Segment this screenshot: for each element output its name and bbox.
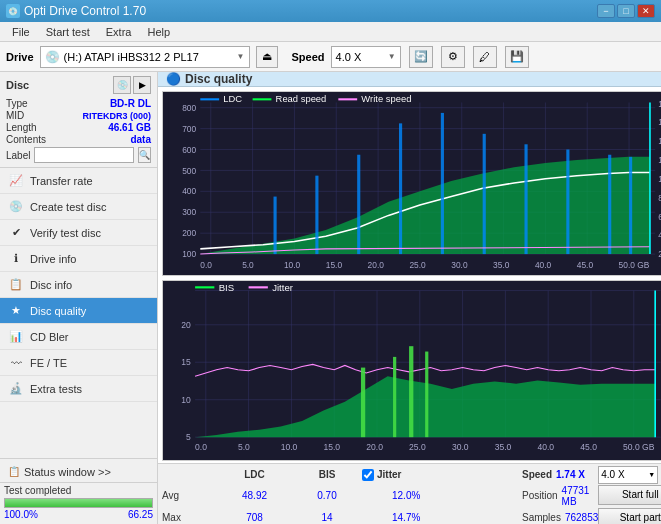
nav-label-disc-quality: Disc quality: [30, 305, 86, 317]
nav-label-fe-te: FE / TE: [30, 357, 67, 369]
svg-text:45.0: 45.0: [577, 260, 594, 270]
drive-info-icon: ℹ: [8, 251, 24, 267]
transfer-rate-icon: 📈: [8, 173, 24, 189]
top-chart-area: 100 200 300 400 500 600 700 800 2X 4X 6X…: [162, 91, 661, 276]
close-button[interactable]: ✕: [637, 4, 655, 18]
jitter-checkbox[interactable]: [362, 469, 374, 481]
svg-text:800: 800: [182, 103, 196, 113]
svg-rect-108: [409, 346, 413, 437]
svg-text:5: 5: [186, 432, 191, 442]
speed-dropdown[interactable]: 4.0 X ▼: [331, 46, 401, 68]
stats-row: LDC BIS Jitter Speed 1.74 X 4.0 X ▼: [158, 463, 661, 524]
svg-text:400: 400: [182, 186, 196, 196]
menubar: File Start test Extra Help: [0, 22, 661, 42]
svg-text:Jitter: Jitter: [272, 282, 294, 293]
svg-text:10: 10: [181, 395, 191, 405]
settings-button2[interactable]: 🖊: [473, 46, 497, 68]
jitter-col-header: Jitter: [377, 469, 401, 480]
samples-value: 762853: [565, 512, 598, 523]
svg-text:BIS: BIS: [219, 282, 235, 293]
speed-stat-select[interactable]: 4.0 X ▼: [598, 466, 658, 484]
svg-rect-107: [393, 357, 396, 437]
nav-label-drive-info: Drive info: [30, 253, 76, 265]
disc-icon-btn2[interactable]: ▶: [133, 76, 151, 94]
nav-drive-info[interactable]: ℹ Drive info: [0, 246, 157, 272]
nav-label-verify-test-disc: Verify test disc: [30, 227, 101, 239]
svg-text:50.0 GB: 50.0 GB: [623, 442, 655, 452]
menu-help[interactable]: Help: [139, 24, 178, 40]
nav-verify-test-disc[interactable]: ✔ Verify test disc: [0, 220, 157, 246]
svg-text:5.0: 5.0: [238, 442, 250, 452]
nav-transfer-rate[interactable]: 📈 Transfer rate: [0, 168, 157, 194]
disc-title: Disc: [6, 79, 29, 91]
label-edit-btn[interactable]: 🔍: [138, 147, 151, 163]
minimize-button[interactable]: −: [597, 4, 615, 18]
svg-rect-57: [566, 150, 569, 255]
chart-header: 🔵 Disc quality: [158, 72, 661, 87]
speed-value: 4.0 X: [336, 51, 388, 63]
status-window-btn[interactable]: 📋 Status window >>: [0, 461, 157, 483]
maximize-button[interactable]: □: [617, 4, 635, 18]
nav-disc-info[interactable]: 📋 Disc info: [0, 272, 157, 298]
menu-extra[interactable]: Extra: [98, 24, 140, 40]
svg-rect-111: [195, 286, 214, 288]
svg-text:300: 300: [182, 207, 196, 217]
nav-label-transfer-rate: Transfer rate: [30, 175, 93, 187]
avg-jitter: 12.0%: [362, 490, 522, 501]
status-window-label: Status window >>: [24, 466, 111, 478]
menu-file[interactable]: File: [4, 24, 38, 40]
svg-text:50.0 GB: 50.0 GB: [619, 260, 650, 270]
avg-ldc: 48.92: [217, 490, 292, 501]
speed-label: Speed: [292, 51, 325, 63]
label-input[interactable]: [34, 147, 134, 163]
progress-bar-bg: [4, 498, 153, 508]
svg-rect-59: [629, 157, 632, 254]
svg-rect-54: [441, 113, 444, 254]
start-part-button[interactable]: Start part: [598, 508, 661, 524]
svg-text:Write speed: Write speed: [361, 93, 411, 104]
length-value: 46.61 GB: [108, 122, 151, 133]
chevron-down-icon: ▼: [237, 52, 245, 61]
contents-value: data: [130, 134, 151, 145]
svg-text:0.0: 0.0: [195, 442, 207, 452]
menu-start-test[interactable]: Start test: [38, 24, 98, 40]
nav-cd-bler[interactable]: 📊 CD Bler: [0, 324, 157, 350]
drivebar: Drive 💿 (H:) ATAPI iHBS312 2 PL17 ▼ ⏏ Sp…: [0, 42, 661, 72]
max-ldc: 708: [217, 512, 292, 523]
drive-dropdown[interactable]: 💿 (H:) ATAPI iHBS312 2 PL17 ▼: [40, 46, 250, 68]
nav-label-disc-info: Disc info: [30, 279, 72, 291]
svg-text:Read speed: Read speed: [276, 93, 327, 104]
nav-create-test-disc[interactable]: 💿 Create test disc: [0, 194, 157, 220]
chevron-down-icon: ▼: [388, 52, 396, 61]
svg-text:20.0: 20.0: [368, 260, 385, 270]
disc-section: Disc 💿 ▶ Type BD-R DL MID RITEKDR3 (000)…: [0, 72, 157, 168]
eject-button[interactable]: ⏏: [256, 46, 278, 68]
svg-text:25.0: 25.0: [409, 260, 426, 270]
save-button[interactable]: 💾: [505, 46, 529, 68]
svg-rect-53: [399, 123, 402, 254]
settings-button1[interactable]: ⚙: [441, 46, 465, 68]
svg-rect-106: [361, 368, 365, 438]
samples-label: Samples: [522, 512, 561, 523]
max-bis: 14: [292, 512, 362, 523]
refresh-button[interactable]: 🔄: [409, 46, 433, 68]
avg-label: Avg: [162, 490, 217, 501]
svg-text:500: 500: [182, 166, 196, 176]
status-section: 📋 Status window >> Test completed 100.0%…: [0, 458, 157, 524]
svg-rect-63: [253, 98, 272, 100]
svg-text:30.0: 30.0: [451, 260, 468, 270]
start-full-button[interactable]: Start full: [598, 485, 661, 505]
svg-rect-51: [315, 176, 318, 254]
nav-extra-tests[interactable]: 🔬 Extra tests: [0, 376, 157, 402]
disc-icon-btn1[interactable]: 💿: [113, 76, 131, 94]
nav-fe-te[interactable]: 〰 FE / TE: [0, 350, 157, 376]
nav-disc-quality[interactable]: ★ Disc quality: [0, 298, 157, 324]
progress-bar-fill: [5, 499, 152, 507]
verify-test-disc-icon: ✔: [8, 225, 24, 241]
nav-label-extra-tests: Extra tests: [30, 383, 82, 395]
svg-text:5.0: 5.0: [242, 260, 254, 270]
svg-text:200: 200: [182, 228, 196, 238]
svg-rect-61: [200, 98, 219, 100]
create-test-disc-icon: 💿: [8, 199, 24, 215]
nav-label-create-test-disc: Create test disc: [30, 201, 106, 213]
